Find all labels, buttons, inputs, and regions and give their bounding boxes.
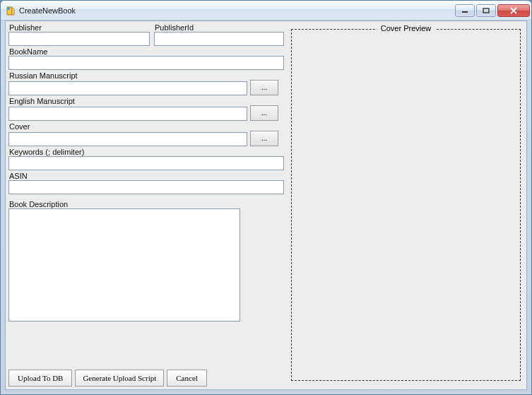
russian-manuscript-input[interactable] bbox=[8, 81, 247, 95]
window-title: CreateNewBook bbox=[19, 6, 455, 15]
client-area: Publisher PublisherId BookName Rus bbox=[5, 20, 527, 390]
asin-label: ASIN bbox=[8, 172, 284, 180]
cover-label: Cover bbox=[8, 122, 284, 131]
english-manuscript-input[interactable] bbox=[8, 107, 247, 121]
upload-to-db-button[interactable]: Upload To DB bbox=[8, 370, 72, 387]
bottom-button-bar: Upload To DB Generate Upload Script Canc… bbox=[8, 370, 207, 387]
app-icon bbox=[5, 5, 16, 16]
titlebar[interactable]: CreateNewBook bbox=[1, 1, 531, 20]
russian-manuscript-browse-button[interactable]: ... bbox=[250, 80, 278, 95]
left-column: Publisher PublisherId BookName Rus bbox=[8, 23, 284, 387]
window-frame: CreateNewBook Publisher bbox=[0, 0, 532, 395]
book-description-textarea[interactable] bbox=[8, 208, 240, 322]
asin-input[interactable] bbox=[8, 180, 284, 194]
bookname-label: BookName bbox=[8, 47, 284, 56]
svg-rect-1 bbox=[462, 11, 468, 13]
svg-point-0 bbox=[7, 7, 10, 10]
publisherid-input[interactable] bbox=[154, 32, 284, 46]
cover-preview-group: Cover Preview bbox=[291, 29, 521, 381]
english-manuscript-browse-button[interactable]: ... bbox=[250, 105, 278, 121]
publisher-input[interactable] bbox=[8, 32, 150, 46]
english-manuscript-label: English Manuscript bbox=[8, 97, 284, 105]
window-controls bbox=[455, 4, 530, 17]
publisher-label: Publisher bbox=[8, 23, 150, 32]
form-area: Publisher PublisherId BookName Rus bbox=[6, 21, 526, 389]
close-button[interactable] bbox=[497, 4, 530, 17]
keywords-input[interactable] bbox=[8, 156, 284, 170]
cover-browse-button[interactable]: ... bbox=[250, 131, 278, 146]
cover-input[interactable] bbox=[8, 132, 247, 146]
minimize-button[interactable] bbox=[455, 4, 475, 17]
keywords-label: Keywords (; delimiter) bbox=[8, 148, 284, 156]
right-column: Cover Preview bbox=[290, 23, 524, 387]
generate-upload-script-button[interactable]: Generate Upload Script bbox=[75, 370, 164, 387]
publisherid-label: PublisherId bbox=[154, 23, 284, 32]
cancel-button[interactable]: Cancel bbox=[167, 370, 207, 387]
cover-preview-label: Cover Preview bbox=[377, 24, 436, 33]
russian-manuscript-label: Russian Manuscript bbox=[8, 71, 284, 80]
svg-rect-2 bbox=[483, 8, 489, 13]
book-description-label: Book Description bbox=[8, 200, 284, 208]
maximize-button[interactable] bbox=[476, 4, 496, 17]
bookname-input[interactable] bbox=[8, 56, 284, 70]
